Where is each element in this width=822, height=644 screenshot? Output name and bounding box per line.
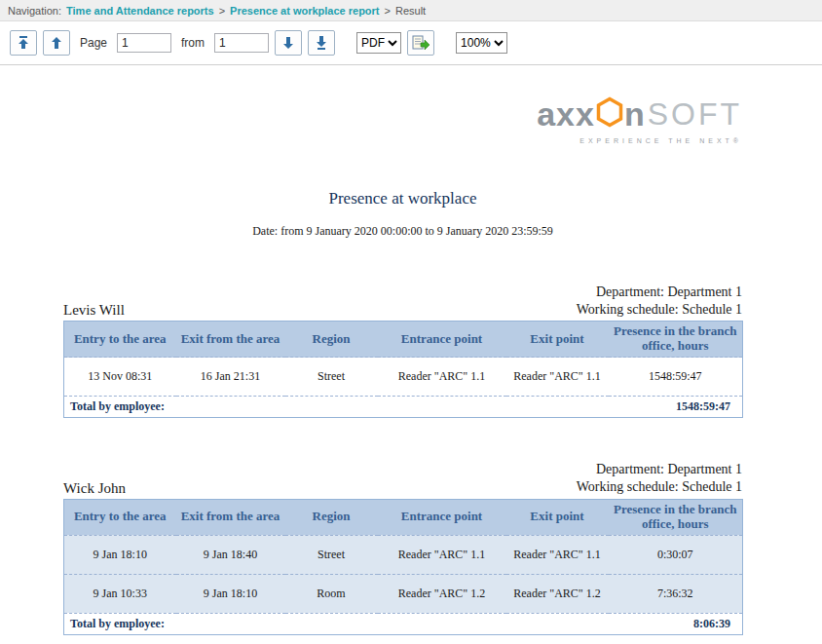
page-count-input[interactable] [214,33,269,53]
column-header: Presence in the branch office, hours [609,499,743,535]
table-cell: Reader "ARC" 1.2 [378,574,506,613]
page-label: Page [80,36,107,50]
export-button[interactable] [407,30,434,56]
total-row: Total by employee: 1548:59:47 [64,397,743,418]
table-cell: Street [285,535,378,574]
section-header: Wick John Department: Department 1 Worki… [63,461,742,496]
table-cell: 7:36:32 [609,574,743,613]
logo-tagline: EXPERIENCE THE NEXT® [579,137,742,144]
breadcrumb-link-presence-report[interactable]: Presence at workplace report [230,5,379,17]
column-header: Entry to the area [64,499,176,535]
breadcrumb-separator: > [219,5,225,17]
table-cell: 1548:59:47 [609,358,743,397]
table-cell: Street [285,358,378,397]
arrow-up-icon [51,36,62,50]
table-header-row: Entry to the areaExit from the areaRegio… [64,499,743,535]
logo-text-soft: SOFT [648,98,742,130]
column-header: Entry to the area [64,322,176,358]
column-header: Region [285,322,378,358]
total-value: 1548:59:47 [609,397,743,418]
column-header: Entrance point [378,322,506,358]
table-cell: Room [285,574,378,613]
logo-text-axx: axx [537,97,595,131]
column-header: Exit from the area [176,322,285,358]
department-line: Department: Department 1 [577,284,742,301]
total-row: Total by employee: 8:06:39 [64,613,743,634]
table-cell: 0:30:07 [609,535,743,574]
table-cell: 9 Jan 10:33 [64,574,176,613]
breadcrumb-label: Navigation: [8,5,61,17]
report-toolbar: Page from PDF 100% [0,21,822,65]
arrow-down-bar-icon [316,36,327,50]
table-row: 9 Jan 10:339 Jan 18:10RoomReader "ARC" 1… [64,574,743,613]
axxonsoft-logo: axx n SOFT EXPERIENCE THE NEXT® [63,96,742,144]
column-header: Exit from the area [176,499,285,535]
report-section: Levis Will Department: Department 1 Work… [63,284,742,418]
breadcrumb-current: Result [395,5,426,17]
presence-table: Entry to the areaExit from the areaRegio… [63,321,743,418]
total-label: Total by employee: [64,613,609,634]
breadcrumb-separator: > [385,5,391,17]
logo-text-n: n [624,97,646,131]
table-cell: 9 Jan 18:10 [176,574,285,613]
table-cell: 9 Jan 18:40 [176,535,285,574]
arrow-down-icon [282,36,294,50]
zoom-select[interactable]: 100% [456,32,507,54]
format-select[interactable]: PDF [356,32,401,54]
report-title: Presence at workplace [63,189,742,208]
schedule-line: Working schedule: Schedule 1 [577,478,742,496]
total-label: Total by employee: [64,397,609,418]
export-report-icon [412,35,430,51]
report-section: Wick John Department: Department 1 Worki… [63,461,742,634]
previous-page-button[interactable] [43,30,70,56]
table-cell: Reader "ARC" 1.1 [506,535,609,574]
presence-table: Entry to the areaExit from the areaRegio… [63,499,743,635]
hexagon-icon [596,96,623,131]
column-header: Exit point [506,322,609,358]
arrow-up-bar-icon [18,36,29,50]
last-page-button[interactable] [308,30,335,56]
section-header: Levis Will Department: Department 1 Work… [63,284,742,319]
report-page: axx n SOFT EXPERIENCE THE NEXT® Presence… [0,65,822,644]
schedule-line: Working schedule: Schedule 1 [577,301,742,319]
table-header-row: Entry to the areaExit from the areaRegio… [64,322,743,358]
table-cell: 9 Jan 18:10 [64,535,176,574]
table-row: 13 Nov 08:3116 Jan 21:31StreetReader "AR… [64,358,743,397]
table-cell: 16 Jan 21:31 [176,358,285,397]
from-label: from [181,36,205,50]
first-page-button[interactable] [10,30,37,56]
total-value: 8:06:39 [609,613,743,634]
table-row: 9 Jan 18:109 Jan 18:40StreetReader "ARC"… [64,535,743,574]
column-header: Exit point [506,499,609,535]
breadcrumb: Navigation: Time and Attendance reports … [0,0,822,21]
table-cell: Reader "ARC" 1.1 [378,358,506,397]
table-cell: Reader "ARC" 1.1 [506,358,609,397]
report-date-range: Date: from 9 January 2020 00:00:00 to 9 … [63,224,742,239]
next-page-button[interactable] [275,30,302,56]
table-cell: Reader "ARC" 1.2 [506,574,609,613]
table-cell: 13 Nov 08:31 [64,358,176,397]
employee-name: Levis Will [63,302,125,319]
column-header: Presence in the branch office, hours [609,322,743,358]
column-header: Region [285,499,378,535]
report-sections: Levis Will Department: Department 1 Work… [63,284,742,635]
page-input[interactable] [117,33,171,53]
column-header: Entrance point [378,499,506,535]
department-line: Department: Department 1 [577,461,742,478]
table-cell: Reader "ARC" 1.1 [378,535,506,574]
report-viewport[interactable]: axx n SOFT EXPERIENCE THE NEXT® Presence… [0,65,822,644]
breadcrumb-link-time-attendance[interactable]: Time and Attendance reports [66,5,214,17]
employee-name: Wick John [63,480,126,497]
